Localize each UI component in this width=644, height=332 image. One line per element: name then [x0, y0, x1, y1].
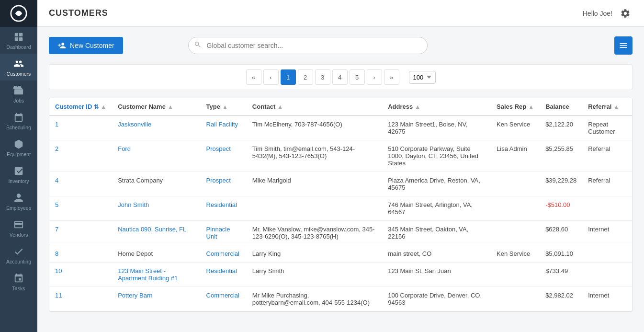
- cell-type: Pinnacle Unit: [201, 221, 247, 245]
- customer-id-link[interactable]: 11: [55, 292, 62, 299]
- customer-type: Residential: [206, 267, 237, 275]
- cell-referral: Repeat Customer: [582, 115, 632, 140]
- page-next-button[interactable]: ›: [367, 69, 382, 85]
- cell-address: 510 Corporate Parkway, Suite 1000, Dayto…: [382, 140, 491, 172]
- cell-referral: [582, 245, 632, 263]
- col-type: Type ▲: [201, 98, 247, 115]
- col-customer-id: Customer ID ⇅ ▲: [49, 98, 112, 115]
- sidebar-item-inventory[interactable]: Inventory: [0, 161, 37, 188]
- cell-name: Home Depot: [112, 245, 200, 263]
- page-first-button[interactable]: «: [246, 69, 261, 85]
- customer-id-link[interactable]: 1: [55, 121, 58, 128]
- customer-id-link[interactable]: 10: [55, 267, 62, 275]
- page-prev-button[interactable]: ‹: [263, 69, 279, 85]
- search-input[interactable]: [188, 37, 428, 54]
- filter-type-icon[interactable]: ▲: [222, 103, 228, 110]
- cell-id: 7: [49, 221, 112, 245]
- cell-balance: -$510.00: [540, 196, 582, 221]
- cell-name: Ford: [112, 140, 200, 172]
- cell-name: John Smith: [112, 196, 200, 221]
- greeting-text: Hello Joe!: [583, 10, 612, 17]
- header-right: Hello Joe!: [583, 6, 633, 21]
- customer-name-link[interactable]: 123 Main Street - Apartment Buiding #1: [118, 267, 178, 282]
- page-2-button[interactable]: 2: [298, 69, 313, 85]
- sidebar: Dashboard Customers Jobs Scheduling Equi…: [0, 0, 37, 332]
- cell-type: Commercial: [201, 287, 247, 311]
- customer-id-link[interactable]: 5: [55, 201, 58, 208]
- cell-address: 123 Main Street1, Boise, NV, 42675: [382, 115, 491, 140]
- sidebar-item-accounting[interactable]: Accounting: [0, 241, 37, 268]
- new-customer-button[interactable]: New Customer: [49, 37, 123, 54]
- page-5-button[interactable]: 5: [350, 69, 365, 85]
- cell-balance: $2,982.02: [540, 287, 582, 311]
- svg-rect-3: [15, 37, 18, 41]
- cell-contact: [247, 196, 382, 221]
- table-row: 11 Pottery Barn Commercial Mr Mike Purch…: [49, 287, 632, 311]
- sidebar-item-dashboard[interactable]: Dashboard: [0, 27, 37, 54]
- cell-type: Residential: [201, 196, 247, 221]
- cell-referral: Referral: [582, 172, 632, 196]
- filter-referral-icon[interactable]: ▲: [613, 103, 619, 110]
- filter-contact-icon[interactable]: ▲: [277, 103, 283, 110]
- sidebar-item-equipment[interactable]: Equipment: [0, 134, 37, 161]
- inventory-icon: [13, 166, 24, 176]
- settings-button[interactable]: [618, 6, 633, 21]
- sidebar-item-employees[interactable]: Employees: [0, 188, 37, 215]
- sidebar-item-customers[interactable]: Customers: [0, 54, 37, 80]
- cell-name: Strata Company: [112, 172, 200, 196]
- list-icon: [619, 41, 628, 50]
- cell-sales-rep: [491, 172, 540, 196]
- filter-name-icon[interactable]: ▲: [168, 103, 173, 110]
- customers-icon: [13, 58, 24, 69]
- page-last-button[interactable]: »: [384, 69, 399, 85]
- customer-name-link[interactable]: Pottery Barn: [118, 292, 152, 299]
- customer-id-link[interactable]: 2: [55, 145, 58, 152]
- filter-salesrep-icon[interactable]: ▲: [528, 103, 534, 110]
- page-1-button[interactable]: 1: [281, 69, 296, 85]
- cell-balance: $5,255.85: [540, 140, 582, 172]
- page-3-button[interactable]: 3: [315, 69, 330, 85]
- table-row: 8 Home Depot Commercial Larry King main …: [49, 245, 632, 263]
- cell-referral: Internet: [582, 221, 632, 245]
- page-4-button[interactable]: 4: [332, 69, 348, 85]
- sidebar-item-vendors[interactable]: Vendors: [0, 215, 37, 241]
- sidebar-item-scheduling[interactable]: Scheduling: [0, 107, 37, 134]
- customer-type: Prospect: [206, 145, 231, 152]
- cell-sales-rep: [491, 196, 540, 221]
- app-logo: [0, 0, 37, 27]
- menu-button[interactable]: [614, 36, 633, 55]
- customer-id-link[interactable]: 8: [55, 250, 58, 257]
- cell-id: 11: [49, 287, 112, 311]
- cell-referral: Internet: [582, 287, 632, 311]
- sort-asc-icon[interactable]: ⇅: [94, 103, 99, 110]
- customer-name-link[interactable]: John Smith: [118, 201, 149, 208]
- cell-type: Prospect: [201, 172, 247, 196]
- sidebar-item-tasks[interactable]: Tasks: [0, 268, 37, 295]
- cell-referral: Referral: [582, 140, 632, 172]
- customer-id-link[interactable]: 4: [55, 177, 58, 184]
- customers-table-container: Customer ID ⇅ ▲ Customer Name ▲: [49, 98, 633, 312]
- customers-table: Customer ID ⇅ ▲ Customer Name ▲: [49, 98, 632, 311]
- cell-referral: [582, 263, 632, 287]
- cell-contact: Tim McElheny, 703-787-4656(O): [247, 115, 382, 140]
- filter-customer-id-icon[interactable]: ▲: [101, 103, 106, 110]
- svg-rect-2: [19, 33, 23, 36]
- cell-type: Rail Facility: [201, 115, 247, 140]
- customer-name-link[interactable]: Ford: [118, 145, 131, 152]
- customer-name-link[interactable]: Nautica 090, Sunrise, FL: [118, 226, 186, 233]
- cell-contact: Mr. Mike Vanslow, mike@vanslow.com, 345-…: [247, 221, 382, 245]
- cell-sales-rep: Ken Service: [491, 245, 540, 263]
- sidebar-item-jobs[interactable]: Jobs: [0, 80, 37, 107]
- cell-contact: Mike Marigold: [247, 172, 382, 196]
- customer-name-link[interactable]: Jasksonville: [118, 121, 151, 128]
- search-box: [188, 37, 428, 54]
- equipment-icon: [13, 139, 24, 149]
- filter-address-icon[interactable]: ▲: [415, 103, 420, 110]
- customer-id-link[interactable]: 7: [55, 226, 58, 233]
- cell-sales-rep: Lisa Admin: [491, 140, 540, 172]
- cell-name: Jasksonville: [112, 115, 200, 140]
- per-page-select[interactable]: 100 50 25 10: [409, 71, 436, 84]
- table-row: 4 Strata Company Prospect Mike Marigold …: [49, 172, 632, 196]
- table-row: 2 Ford Prospect Tim Smith, tim@email.com…: [49, 140, 632, 172]
- cell-referral: [582, 196, 632, 221]
